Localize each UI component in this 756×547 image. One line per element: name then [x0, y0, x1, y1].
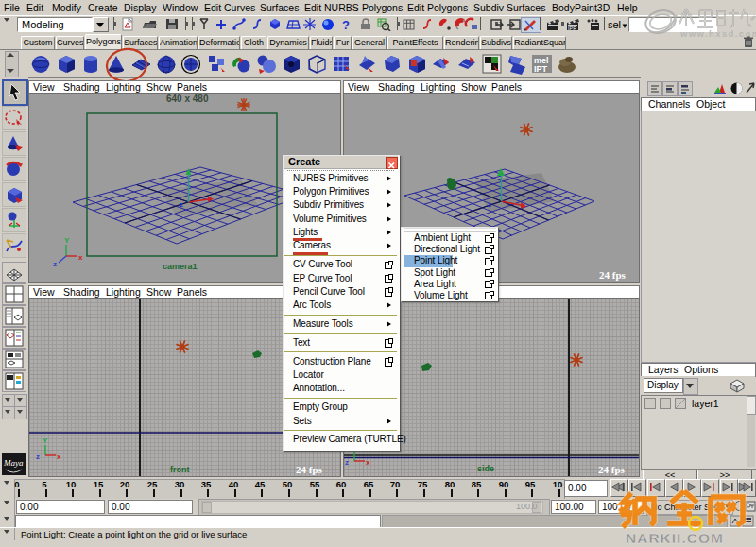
svg-text:Y: Y	[43, 436, 48, 445]
svg-text:IPT: IPT	[534, 64, 548, 74]
svg-text:front: front	[170, 465, 190, 474]
svg-text:z: z	[345, 458, 349, 467]
svg-text:x: x	[78, 253, 83, 262]
svg-text:x: x	[57, 453, 61, 461]
svg-text:www.hxsd.com: www.hxsd.com	[679, 28, 756, 39]
svg-text:?: ?	[342, 18, 350, 31]
svg-text:24 fps: 24 fps	[599, 269, 627, 281]
svg-text:NARKII.COM: NARKII.COM	[626, 530, 724, 546]
svg-text:z: z	[180, 200, 183, 209]
svg-text:IPR: IPR	[568, 26, 576, 31]
svg-text:24 fps: 24 fps	[296, 464, 323, 475]
svg-text:side: side	[477, 464, 494, 473]
svg-text:z: z	[36, 453, 40, 461]
svg-text:Y: Y	[64, 236, 70, 245]
svg-text:x: x	[366, 458, 370, 467]
svg-text:640 x 480: 640 x 480	[166, 94, 209, 104]
svg-text:camera1: camera1	[163, 262, 198, 271]
svg-text:z: z	[488, 200, 491, 209]
svg-text:24 fps: 24 fps	[598, 464, 626, 475]
svg-text:z: z	[53, 260, 57, 268]
svg-text:Maya: Maya	[3, 458, 24, 468]
